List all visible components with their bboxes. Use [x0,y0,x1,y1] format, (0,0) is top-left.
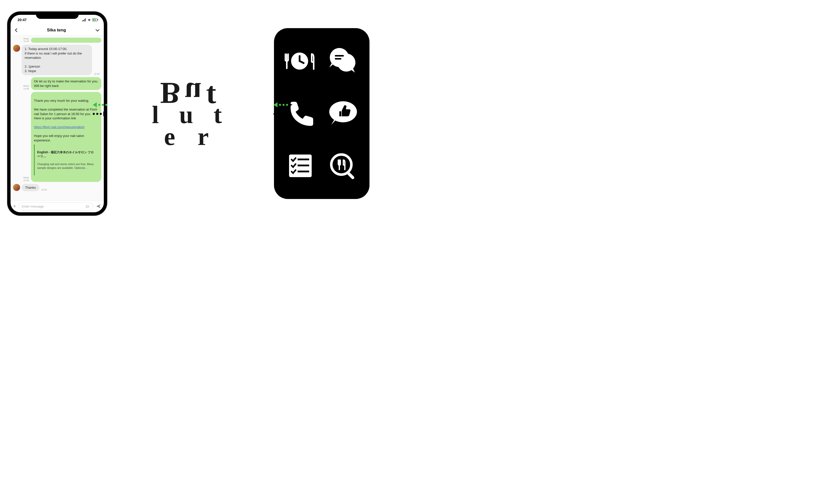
status-indicators [82,18,98,21]
msg-incoming: 1. Today around 15:00-17:00. If there is… [13,45,101,75]
chat-input-bar: + Enter message ☺ [11,200,104,212]
chat-body: Read 12:43 1. Today around 15:00-17:00. … [11,36,104,200]
msg-bubble: Thanks [22,184,39,192]
arrows-connector-left [93,102,107,116]
msg-time: 12:52 [41,188,47,191]
chevron-down-icon[interactable] [95,29,100,32]
msg-bubble: 1. Today around 15:00-17:00. If there is… [22,45,92,75]
msg-time: 12:45 [93,73,100,75]
chat-phone-mockup: 20:47 Sika teng Read 12:43 [7,12,107,215]
restaurant-time-icon [284,47,317,75]
confirmation-link[interactable]: https://florir-nail.com/menu/english/ [34,125,85,129]
wifi-icon [87,18,91,21]
msg-bubble: Thank you very much for your waiting. We… [31,92,101,182]
arrow-left-green [273,102,288,107]
msg-incoming: Thanks 12:52 [13,184,101,192]
link-preview[interactable]: English - 港区六本木のネイルサロン フローリ… Changing na… [34,144,98,175]
center-logo-block: But l u t e r [107,79,274,148]
msg-outgoing: Read 12:45 Ok let us try to make the res… [13,77,101,90]
svg-rect-2 [84,19,85,21]
svg-rect-0 [82,20,83,21]
svg-rect-17 [298,170,309,172]
arrows-connector-right [273,102,288,116]
phone-notch [36,12,79,19]
phone-icon [284,99,317,128]
svg-rect-16 [298,165,309,166]
chat-bubbles-icon [327,47,359,75]
msg-meta: Read 12:45 [23,85,30,90]
butler-logo: But l u t e r [152,79,229,148]
svg-rect-19 [347,172,355,180]
svg-rect-11 [335,55,344,56]
chat-title: Sika teng [18,28,95,33]
preview-body: Changing nail and stone colors are free.… [37,162,96,170]
svg-rect-1 [83,20,84,21]
like-bubble-icon [327,99,359,128]
svg-rect-15 [298,159,309,160]
status-time: 20:47 [18,18,26,22]
svg-point-18 [331,155,351,175]
msg-outgoing-strip: Read 12:43 [13,37,101,43]
chat-header: Sika teng [11,25,104,36]
arrow-left-green [93,102,107,107]
avatar [13,45,20,52]
msg-meta: Read 12:49 [23,176,30,182]
input-placeholder: Enter message [22,204,44,208]
avatar [13,184,20,191]
checklist-icon [284,152,317,181]
msg-text: Hope you will enjoy your nail salon expe… [34,134,84,142]
svg-rect-12 [335,58,341,59]
arrow-right-black [93,111,107,116]
msg-bubble: Ok let us try to make the reservation fo… [31,77,101,90]
emoji-icon[interactable]: ☺ [85,203,90,209]
preview-title: English - 港区六本木のネイルサロン フローリ… [37,150,96,158]
msg-bubble [31,38,101,43]
msg-meta: Read 12:43 [23,37,30,43]
msg-text: Thank you very much for your waiting. We… [34,99,97,120]
back-icon[interactable] [15,28,18,32]
message-input[interactable]: Enter message ☺ [19,202,93,210]
battery-icon [92,18,98,21]
add-attachment-icon[interactable]: + [13,203,16,209]
send-icon[interactable] [96,203,101,209]
signal-icon [82,18,86,21]
svg-rect-5 [97,19,98,20]
svg-rect-3 [85,18,86,21]
food-search-icon [327,152,359,181]
msg-outgoing: Read 12:49 Thank you very much for your … [13,92,101,182]
arrow-right-black [273,111,288,116]
services-card [274,28,370,199]
